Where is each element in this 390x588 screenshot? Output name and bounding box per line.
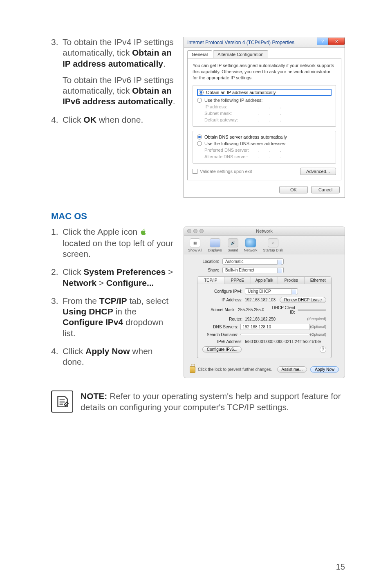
lock-row[interactable]: Click the lock to prevent further change… [190,366,272,373]
search-domains-input[interactable] [240,334,310,335]
toolbar-displays[interactable]: Displays [208,238,222,252]
subnet-mask-value: 255.255.255.0 [238,307,264,312]
mac-step-3: From the TCP/IP tab, select Using DHCP i… [51,296,176,339]
mac-tabs: TCP/IP PPPoE AppleTalk Proxies Ethernet [197,276,332,284]
router-value: 192.168.182.250 [245,317,276,321]
radio-obtain-ip-auto[interactable]: Obtain an IP address automatically [197,89,332,96]
radio-use-following-ip[interactable]: Use the following IP address: [197,98,332,103]
configure-ipv4-label: Configure IPv4: [202,289,242,294]
configure-ipv4-select[interactable]: Using DHCP▴▾ [245,288,298,294]
field-alternate-dns: Alternate DNS server: ... [204,154,332,159]
step-4: Click OK when done. [51,114,176,125]
radio-obtain-dns-auto[interactable]: Obtain DNS server address automatically [197,135,332,139]
note-icon [51,391,73,413]
dialog-titlebar: Internet Protocol Version 4 (TCP/IPv4) P… [184,37,345,48]
mac-step-4: Cllick Apply Now when done. [51,346,176,368]
mac-step-2d: Network [63,278,96,287]
mac-steps-list: Click the Apple icon located on the top … [51,227,176,368]
field-ip-address: IP address: ... [204,104,332,109]
ip-address-group: Obtain an IP address automatically Use t… [193,85,336,127]
windows-steps-text: To obtain the IPv4 IP settings automatic… [51,37,176,198]
label-subnet-mask: Subnet mask: [204,111,258,116]
step-3-text-c: . [163,59,166,68]
mac-body: Location: Automatic▴▾ Show: Built-in Eth… [184,254,345,363]
mac-step-3d: Using DHCP [63,307,113,316]
dns-group: Obtain DNS server address automatically … [193,131,336,164]
renew-dhcp-lease-button[interactable]: Renew DHCP Lease [280,297,326,303]
dns-servers-input[interactable]: 192.168.128.10 [240,324,310,330]
toolbar-startup-disk[interactable]: ⌂Startup Disk [263,238,283,252]
ipv6-address-value: fe80:0000:0000:0000:0211:24ff:fe32:b18e [245,339,321,344]
checkbox-validate-settings[interactable]: Validate settings upon exit [193,169,252,174]
search-optional-hint: (Optional) [310,332,326,337]
radio-use-following-dns[interactable]: Use the following DNS server addresses: [197,141,332,146]
mac-toolbar: ▦Show All Displays 🔊Sound Network ⌂Start… [184,236,345,254]
mac-step-1: Click the Apple icon located on the top … [51,227,176,260]
radio-icon [197,135,202,139]
checkbox-icon [193,169,197,174]
mac-section: Click the Apple icon located on the top … [51,227,345,378]
startup-disk-icon: ⌂ [268,238,278,247]
show-field: Show: Built-in Ethernet▴▾ [190,267,339,273]
dhcp-id-hint: (If required) [307,317,326,321]
mac-window-column: Network ▦Show All Displays 🔊Sound Networ… [184,227,345,378]
location-label: Location: [190,259,219,264]
assist-me-button[interactable]: Assist me... [277,366,307,373]
help-icon[interactable]: ? [320,346,326,353]
show-label: Show: [190,268,219,272]
advanced-button[interactable]: Advanced... [300,168,336,175]
ok-button[interactable]: OK [279,186,308,193]
tab-appletalk[interactable]: AppleTalk [251,277,278,284]
location-select[interactable]: Automatic▴▾ [222,258,284,265]
mac-step-3f: Configure IPv4 [63,317,123,327]
tab-general[interactable]: General [187,50,212,58]
radio-use-following-ip-label: Use the following IP address: [204,98,262,103]
dns-optional-hint: (Optional) [310,325,326,329]
location-field: Location: Automatic▴▾ [190,258,339,265]
dhcp-client-id-input[interactable] [298,309,326,311]
mac-step-2: Click System Preferences > Network > Con… [51,267,176,288]
toolbar-network[interactable]: Network [244,238,258,252]
mac-step-4a: Cllick [63,346,85,356]
traffic-lights[interactable] [187,229,204,233]
dialog-title: Internet Protocol Version 4 (TCP/IPv4) P… [187,40,294,45]
configure-ipv6-button[interactable]: Configure IPv6... [202,346,242,352]
mac-os-heading: MAC OS [51,211,345,222]
windows-steps-list: To obtain the IPv4 IP settings automatic… [51,37,176,125]
subnet-mask-label: Subnet Mask: [202,307,235,312]
close-button[interactable]: ✕ [328,38,345,45]
radio-obtain-dns-auto-label: Obtain DNS server address automatically [204,135,287,139]
radio-icon [197,141,202,146]
radio-use-following-dns-label: Use the following DNS server addresses: [204,141,287,146]
ipv6-address-row: IPv6 Address: fe80:0000:0000:0000:0211:2… [202,339,326,344]
step-3b-text-c: . [173,97,175,106]
ipv4-properties-dialog: Internet Protocol Version 4 (TCP/IPv4) P… [184,37,345,198]
cancel-button[interactable]: Cancel [311,186,340,193]
radio-icon [197,98,202,103]
show-select[interactable]: Built-in Ethernet▴▾ [222,267,284,273]
tab-proxies[interactable]: Proxies [278,277,305,284]
ipv6-address-label: IPv6 Address: [202,339,242,344]
lock-text: Click the lock to prevent further change… [198,367,272,372]
dialog-description: You can get IP settings assigned automat… [193,63,336,81]
tab-ethernet[interactable]: Ethernet [305,277,331,284]
label-alternate-dns: Alternate DNS server: [204,154,258,159]
tab-tcpip[interactable]: TCP/IP [197,277,224,284]
tcpip-panel: Configure IPv4: Using DHCP▴▾ IP Address:… [197,284,332,358]
field-preferred-dns: Preferred DNS server: ... [204,148,332,153]
mac-step-3b: TCP/IP [99,296,127,305]
mac-step-1b: located on the top left of your screen. [63,238,173,258]
mac-titlebar: Network [184,227,345,236]
field-default-gateway: Default gateway: ... [204,117,332,122]
toolbar-show-all[interactable]: ▦Show All [188,238,202,252]
apply-now-button[interactable]: Apply Now [310,366,339,373]
toolbar-sound[interactable]: 🔊Sound [228,238,238,252]
mac-step-3c: tab, select [127,296,169,305]
sound-icon: 🔊 [228,238,238,247]
tab-general-body: You can get IP settings assigned automat… [187,58,341,180]
dns-servers-label: DNS Servers: [202,325,238,329]
mac-step-2e: > [96,278,106,287]
help-button[interactable]: ? [317,38,328,45]
tab-pppoe[interactable]: PPPoE [224,277,251,284]
tab-alternate-configuration[interactable]: Alternate Configuration [213,50,268,58]
